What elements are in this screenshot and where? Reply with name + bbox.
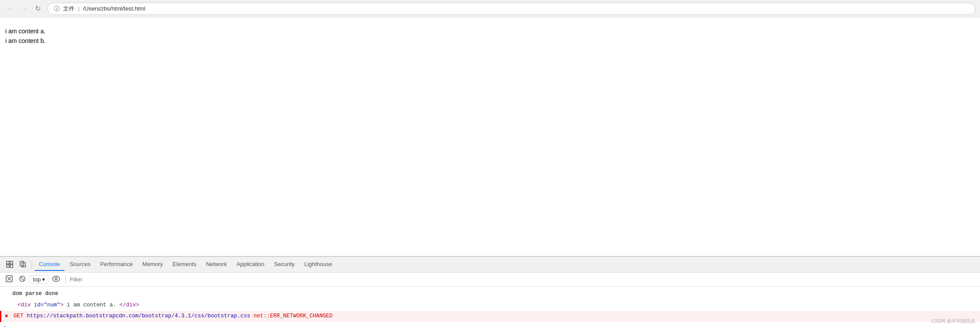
content-line-b: i am content b. [5,36,975,46]
back-button[interactable]: ← [4,4,15,14]
browser-chrome: ← → ↻ ⓘ 文件 | /Users/zbs/html/test.html [0,0,980,18]
nav-buttons: ← → ↻ [4,4,43,14]
page-content: i am content a. i am content b. [0,18,980,105]
reload-button[interactable]: ↻ [32,4,43,14]
address-bar[interactable]: ⓘ 文件 | /Users/zbs/html/test.html [47,3,976,15]
content-line-a: i am content a. [5,26,975,36]
forward-button[interactable]: → [18,4,29,14]
address-separator: | [78,5,79,12]
info-icon: ⓘ [54,5,60,13]
address-file-label: 文件 [63,5,75,13]
address-path: /Users/zbs/html/test.html [83,5,145,12]
